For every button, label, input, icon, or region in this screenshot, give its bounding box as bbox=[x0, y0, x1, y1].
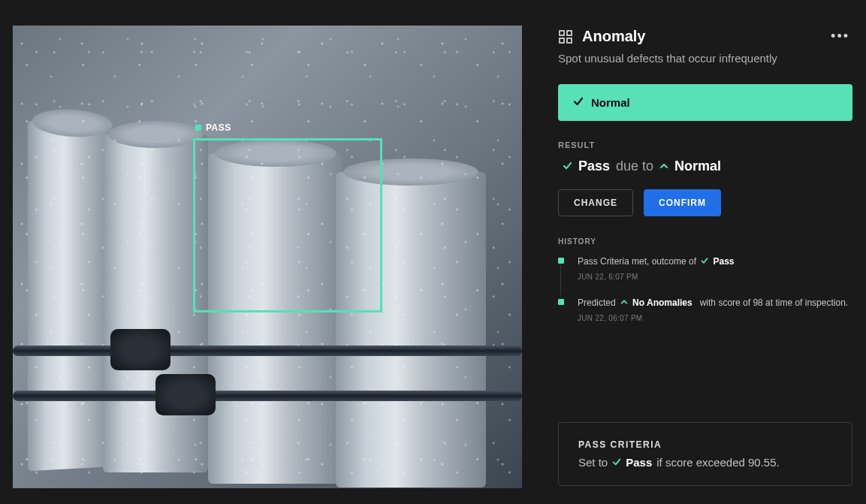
action-row: CHANGE CONFIRM bbox=[558, 189, 852, 216]
inspection-image[interactable]: PASS bbox=[13, 26, 522, 488]
panel-title: Anomaly bbox=[582, 28, 819, 45]
result-section-label: RESULT bbox=[558, 140, 852, 149]
more-icon: ••• bbox=[831, 29, 849, 44]
history-suffix: with score of 98 at time of inspection. bbox=[700, 297, 848, 308]
criteria-verdict: Pass bbox=[626, 456, 652, 469]
svg-rect-2 bbox=[560, 38, 564, 43]
caret-up-icon bbox=[620, 298, 630, 307]
timeline-dot-icon bbox=[558, 299, 564, 305]
history-prefix: Pass Criteria met, outcome of bbox=[578, 256, 696, 267]
check-icon bbox=[612, 456, 621, 469]
svg-rect-3 bbox=[567, 38, 572, 43]
result-line: Pass due to Normal bbox=[558, 158, 852, 174]
more-menu-button[interactable]: ••• bbox=[828, 26, 852, 47]
history-item: Pass Criteria met, outcome of Pass JUN 2… bbox=[558, 255, 852, 282]
history-item: Predicted No Anomalies with score of 98 … bbox=[558, 296, 852, 324]
panel-subtitle: Spot unusual defects that occur infreque… bbox=[558, 52, 852, 65]
image-content bbox=[13, 26, 522, 488]
timeline-line bbox=[560, 265, 561, 295]
svg-rect-1 bbox=[567, 31, 572, 35]
anomaly-grid-icon bbox=[558, 29, 573, 44]
history-timestamp: JUN 22, 6:07 PM bbox=[578, 271, 852, 282]
history-badge: No Anomalies bbox=[632, 297, 692, 308]
criteria-suffix: if score exceeded 90.55. bbox=[656, 456, 779, 469]
confirm-button[interactable]: CONFIRM bbox=[644, 189, 721, 216]
history-section-label: HISTORY bbox=[558, 237, 852, 246]
status-label: Normal bbox=[591, 96, 630, 109]
result-reason: Normal bbox=[674, 158, 721, 174]
history-prefix: Predicted bbox=[578, 297, 616, 308]
check-icon bbox=[573, 96, 584, 109]
result-verdict: Pass bbox=[578, 158, 610, 174]
timeline-dot-icon bbox=[558, 258, 564, 264]
history-badge: Pass bbox=[713, 256, 734, 267]
history-section: HISTORY Pass Criteria met, outcome of Pa… bbox=[558, 237, 852, 324]
panel-header: Anomaly ••• bbox=[558, 26, 852, 47]
change-button[interactable]: CHANGE bbox=[558, 189, 633, 216]
pass-criteria-label: PASS CRITERIA bbox=[578, 439, 832, 450]
pass-criteria-card: PASS CRITERIA Set to Pass if score excee… bbox=[558, 422, 852, 486]
caret-up-icon bbox=[659, 161, 668, 173]
history-timestamp: JUN 22, 06:07 PM bbox=[578, 312, 852, 324]
result-connector: due to bbox=[616, 158, 653, 174]
pass-criteria-text: Set to Pass if score exceeded 90.55. bbox=[578, 456, 832, 469]
check-icon bbox=[701, 257, 711, 266]
check-icon bbox=[563, 158, 572, 174]
status-banner: Normal bbox=[558, 84, 852, 121]
criteria-prefix: Set to bbox=[578, 456, 608, 469]
side-panel: Anomaly ••• Spot unusual defects that oc… bbox=[522, 2, 866, 502]
svg-rect-0 bbox=[560, 31, 564, 35]
